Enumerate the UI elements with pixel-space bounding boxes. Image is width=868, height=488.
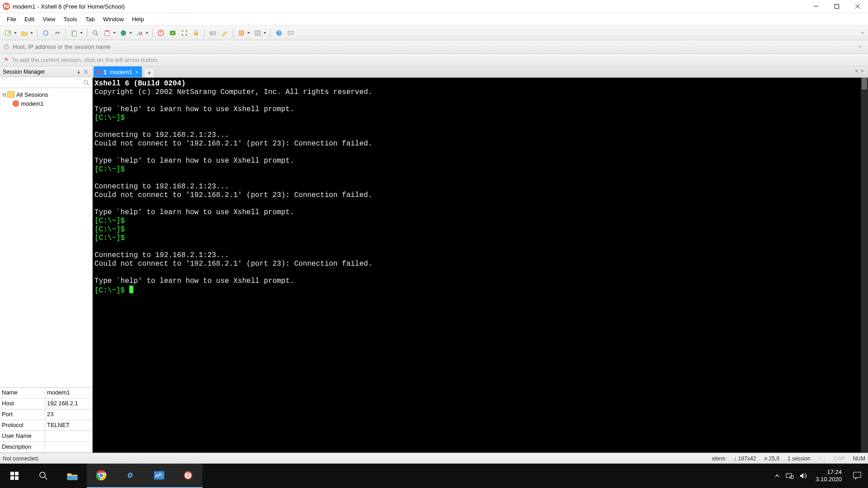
tab-prev[interactable]: ◄ bbox=[854, 68, 859, 73]
start-button[interactable] bbox=[0, 464, 29, 488]
terminal[interactable]: Xshell 6 (Build 0204) Copyright (c) 2002… bbox=[93, 78, 868, 453]
close-button[interactable] bbox=[847, 0, 868, 13]
status-size: ⟂ 187x42 bbox=[734, 455, 756, 462]
taskmgr-taskbar-icon[interactable] bbox=[145, 464, 174, 488]
svg-rect-2 bbox=[835, 5, 839, 9]
menu-file[interactable]: File bbox=[3, 14, 20, 24]
svg-text:A: A bbox=[137, 30, 141, 37]
chrome-taskbar-icon[interactable] bbox=[87, 464, 116, 488]
menu-tab[interactable]: Tab bbox=[81, 14, 99, 24]
info-hint: To add the current session, click on the… bbox=[12, 56, 159, 63]
copy-button[interactable] bbox=[69, 28, 84, 38]
explorer-taskbar-icon[interactable] bbox=[58, 464, 87, 488]
folder-icon bbox=[7, 91, 14, 98]
reconnect-button[interactable] bbox=[40, 28, 51, 38]
help-button[interactable]: ? bbox=[274, 28, 284, 38]
prop-row: Namemodem1 bbox=[0, 388, 92, 399]
open-button[interactable] bbox=[19, 28, 34, 38]
status-cursor: ≡ 25,9 bbox=[764, 455, 779, 462]
svg-rect-34 bbox=[15, 472, 19, 475]
tray-chevron-icon[interactable] bbox=[774, 473, 780, 479]
lock-icon bbox=[4, 44, 10, 50]
new-tab-button[interactable]: + bbox=[144, 67, 155, 77]
xftp-button[interactable] bbox=[167, 28, 178, 38]
terminal-scrollbar[interactable] bbox=[861, 78, 868, 452]
xshell-taskbar-icon[interactable] bbox=[174, 464, 203, 488]
tab-nav: ◄ ► bbox=[854, 68, 865, 73]
svg-rect-39 bbox=[67, 476, 77, 480]
svg-line-32 bbox=[87, 84, 89, 85]
tree-item-label: modem1 bbox=[21, 100, 44, 107]
flag-icon: ⚑ bbox=[4, 56, 9, 63]
xshell-button[interactable] bbox=[156, 28, 166, 38]
session-icon bbox=[13, 100, 19, 107]
tree-item-modem1[interactable]: modem1 bbox=[1, 99, 91, 108]
session-manager-title: Session Manager bbox=[3, 69, 75, 75]
disconnect-button[interactable] bbox=[52, 28, 63, 38]
menu-window[interactable]: Window bbox=[99, 14, 128, 24]
layout-button[interactable] bbox=[252, 28, 268, 38]
svg-rect-13 bbox=[106, 30, 108, 32]
svg-rect-36 bbox=[15, 476, 19, 480]
prop-row: User Name bbox=[0, 431, 92, 442]
scrollbar-thumb[interactable] bbox=[862, 78, 867, 89]
fullscreen-button[interactable] bbox=[179, 28, 190, 38]
prop-row: ProtocolTELNET bbox=[0, 420, 92, 431]
session-tree[interactable]: ⊟ All Sessions modem1 bbox=[0, 88, 92, 387]
toolbar-overflow[interactable] bbox=[857, 28, 868, 38]
status-num: NUM bbox=[853, 455, 865, 462]
prop-row: Host192.168.2.1 bbox=[0, 399, 92, 409]
taskbar-clock[interactable]: 17:24 3.10.2020 bbox=[811, 469, 846, 483]
menu-tools[interactable]: Tools bbox=[59, 14, 81, 24]
address-input[interactable] bbox=[13, 43, 855, 50]
search-icon[interactable] bbox=[83, 80, 90, 86]
notifications-button[interactable] bbox=[846, 464, 868, 488]
svg-line-38 bbox=[45, 477, 47, 479]
tab-close-icon[interactable]: × bbox=[135, 69, 139, 75]
svg-line-11 bbox=[96, 34, 98, 36]
lock-button[interactable] bbox=[191, 28, 202, 38]
svg-rect-28 bbox=[5, 46, 8, 49]
chat-button[interactable] bbox=[285, 28, 296, 38]
menu-view[interactable]: View bbox=[38, 14, 59, 24]
settings-taskbar-icon[interactable] bbox=[116, 464, 145, 488]
tab-modem1[interactable]: 1 modem1 × bbox=[94, 66, 142, 77]
panel-close-icon[interactable] bbox=[82, 68, 90, 75]
tree-root[interactable]: ⊟ All Sessions bbox=[1, 90, 91, 99]
clock-time: 17:24 bbox=[816, 469, 842, 476]
session-search-input[interactable] bbox=[2, 80, 83, 86]
app-icon bbox=[3, 3, 10, 10]
pin-icon[interactable] bbox=[75, 68, 82, 75]
prop-row: Port23 bbox=[0, 409, 92, 420]
find-button[interactable] bbox=[90, 28, 101, 38]
status-bar: Not connected. xterm ⟂ 187x42 ≡ 25,9 1 s… bbox=[0, 453, 868, 464]
toolbar: A ? bbox=[0, 26, 868, 40]
titlebar: modem1 - Xshell 6 (Free for Home/School) bbox=[0, 0, 868, 13]
keyboard-button[interactable] bbox=[208, 28, 218, 38]
tab-next[interactable]: ► bbox=[860, 68, 865, 73]
status-sessions: 1 session bbox=[788, 455, 811, 462]
tray-network-icon[interactable] bbox=[786, 472, 794, 479]
tree-root-label: All Sessions bbox=[16, 91, 48, 98]
menu-edit[interactable]: Edit bbox=[20, 14, 38, 24]
search-taskbar-button[interactable] bbox=[29, 464, 58, 488]
color-scheme-button[interactable] bbox=[118, 28, 133, 38]
tab-label: modem1 bbox=[109, 69, 132, 75]
tray-sound-icon[interactable] bbox=[799, 472, 807, 479]
script-button[interactable] bbox=[236, 28, 251, 38]
menubar: File Edit View Tools Tab Window Help bbox=[0, 13, 868, 26]
address-dropdown[interactable] bbox=[855, 42, 864, 52]
status-cap: CAP bbox=[834, 455, 845, 462]
menu-help[interactable]: Help bbox=[128, 14, 148, 24]
new-session-button[interactable] bbox=[3, 28, 18, 38]
minimize-button[interactable] bbox=[806, 0, 826, 13]
highlight-button[interactable] bbox=[219, 28, 230, 38]
toolbar-sep6 bbox=[233, 28, 233, 38]
tab-index: 1 bbox=[104, 69, 107, 75]
font-button[interactable]: A bbox=[134, 28, 150, 38]
collapse-icon[interactable]: ⊟ bbox=[1, 92, 7, 98]
maximize-button[interactable] bbox=[826, 0, 847, 13]
toolbar-sep2 bbox=[66, 28, 66, 38]
system-tray[interactable] bbox=[774, 472, 811, 479]
paste-button[interactable] bbox=[102, 28, 117, 38]
